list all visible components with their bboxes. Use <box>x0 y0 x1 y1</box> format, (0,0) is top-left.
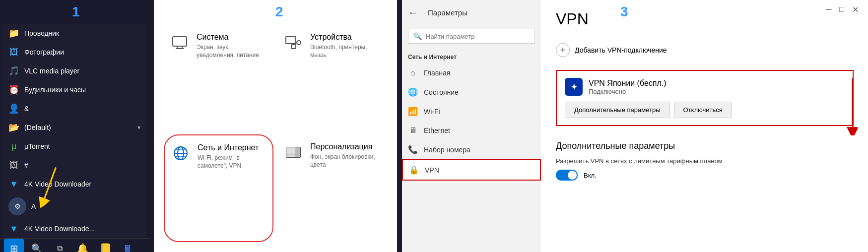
taskview-button[interactable]: ⧉ <box>50 239 69 252</box>
network-icon <box>171 143 191 163</box>
system-tile-content: Система Экран, звук, уведомления, питани… <box>197 33 267 59</box>
additional-params-section: Дополнительные параметры Разрешить VPN в… <box>556 141 854 181</box>
vpn-connection-card: ✦ VPN Японии (беспл.) Подключено Дополни… <box>556 70 854 126</box>
red-arrow-annotation <box>833 76 858 137</box>
add-vpn-button[interactable]: + Добавить VPN-подключение <box>556 38 854 62</box>
search-icon: 🔍 <box>413 32 422 40</box>
window-controls: ─ □ ✕ <box>826 5 859 14</box>
settings-circle: ⚙ <box>8 197 26 215</box>
menu-item-4kvideo1[interactable]: ▼ 4K Video Downloader <box>2 175 146 193</box>
window-title: Параметры <box>428 8 467 17</box>
menu-item-default[interactable]: 📂 (Default) ▾ <box>2 118 146 137</box>
nav-item-label: Ethernet <box>424 126 450 134</box>
settings-gear-icon: ⚙ <box>14 202 21 210</box>
home-icon: ⌂ <box>408 68 418 77</box>
menu-item-label: & <box>24 105 140 113</box>
menu-item-clocks[interactable]: ⏰ Будильники и часы <box>2 80 146 99</box>
settings-tile-devices[interactable]: Устройства Bluetooth, принтеры, мышь <box>277 25 387 130</box>
vpn-logo: ✦ <box>565 78 583 96</box>
additional-params-title: Дополнительные параметры <box>556 141 854 151</box>
svg-rect-6 <box>286 37 296 44</box>
vpn-name: VPN Японии (беспл.) <box>589 79 667 88</box>
sidebar-item-dialup[interactable]: 📞 Набор номера <box>402 140 541 159</box>
notes-button[interactable]: 📒 <box>95 239 115 252</box>
menu-item-4kvideo2[interactable]: ▼ 4K Video Downloade... <box>2 219 146 238</box>
network-tile-title: Сеть и Интернет <box>198 143 267 152</box>
start-menu: 📁 Проводник 🖼 Фотографии 🎵 VLC media pla… <box>2 24 146 238</box>
menu-item-label: 4K Video Downloade... <box>24 225 140 233</box>
start-menu-panel: 📁 Проводник 🖼 Фотографии 🎵 VLC media pla… <box>0 0 149 252</box>
vpn-nav-icon: 🔒 <box>409 165 419 175</box>
folder2-icon: 📂 <box>8 122 19 133</box>
image-icon: 🖼 <box>8 160 19 171</box>
wifi-icon: 📶 <box>408 107 418 116</box>
utorrent-icon: μ <box>8 141 19 152</box>
devices-tile-title: Устройства <box>310 33 381 42</box>
personalization-tile-subtitle: Фон, экран блокировки, цвета <box>310 153 381 169</box>
settings-tile-personalization[interactable]: Персонализация Фон, экран блокировки, цв… <box>277 134 387 242</box>
nav-item-label: Набор номера <box>424 146 470 154</box>
network-tile-content: Сеть и Интернет Wi-Fi, режим "в самолете… <box>198 143 267 170</box>
sidebar-item-wifi[interactable]: 📶 Wi-Fi <box>402 102 541 121</box>
vpn-status: Подключено <box>589 88 667 95</box>
nav-item-label: Состояние <box>424 88 459 96</box>
sidebar-item-home[interactable]: ⌂ Главная <box>402 63 541 82</box>
user-icon: 👤 <box>8 103 19 114</box>
ethernet-icon: 🖥 <box>408 126 418 135</box>
settings-main: ─ □ ✕ VPN + Добавить VPN-подключение ✦ V… <box>541 0 868 252</box>
arrow-icon: ▾ <box>137 124 140 131</box>
clock-icon: ⏰ <box>8 84 19 95</box>
search-input[interactable] <box>426 33 530 40</box>
menu-item-utorrent[interactable]: μ µTorrent <box>2 137 146 156</box>
sidebar-item-ethernet[interactable]: 🖥 Ethernet <box>402 121 541 140</box>
photos-icon: 🖼 <box>8 47 19 58</box>
vlc-icon: 🎵 <box>8 65 19 76</box>
personalization-tile-title: Персонализация <box>310 142 381 151</box>
notification-button[interactable]: 🔔 <box>72 239 92 252</box>
vpn-toggle[interactable] <box>556 170 578 181</box>
sidebar-section-title: Сеть и Интернет <box>402 48 541 63</box>
nav-item-label: Главная <box>424 69 450 77</box>
menu-item-label: Будильники и часы <box>24 86 140 94</box>
menu-item-vlc[interactable]: 🎵 VLC media player <box>2 62 146 80</box>
calc-button[interactable]: 🖩 <box>118 239 138 252</box>
back-button[interactable]: ← <box>408 7 418 18</box>
close-button[interactable]: ✕ <box>852 5 859 14</box>
vpn-card-header: ✦ VPN Японии (беспл.) Подключено <box>565 78 845 96</box>
menu-item-settings[interactable]: ⚙ A <box>2 193 146 219</box>
menu-item-photos[interactable]: 🖼 Фотографии <box>2 43 146 62</box>
maximize-button[interactable]: □ <box>839 5 844 14</box>
svg-rect-15 <box>286 147 295 157</box>
start-button[interactable]: ⊞ <box>4 239 24 252</box>
vpn-page-title: VPN <box>556 10 854 28</box>
sidebar-item-vpn[interactable]: 🔒 VPN <box>402 159 541 181</box>
settings-tile-system[interactable]: Система Экран, звук, уведомления, питани… <box>164 25 273 130</box>
menu-item-ampersand[interactable]: 👤 & <box>2 99 146 118</box>
folder-icon: 📁 <box>8 28 19 39</box>
step-label-2: 2 <box>275 4 283 20</box>
sidebar-item-status[interactable]: 🌐 Состояние <box>402 82 541 102</box>
minimize-button[interactable]: ─ <box>826 5 831 14</box>
system-icon <box>170 33 190 53</box>
vpn-disconnect-button[interactable]: Отключиться <box>674 102 732 118</box>
step-label-1: 1 <box>72 4 80 20</box>
settings-sidebar: ← Параметры 🔍 Сеть и Интернет ⌂ Главная … <box>402 0 541 252</box>
taskbar: ⊞ 🔍 ⧉ 🔔 📒 🖩 <box>0 238 149 252</box>
vpn-details-button[interactable]: Дополнительные параметры <box>565 102 670 118</box>
svg-rect-7 <box>291 45 296 49</box>
system-tile-subtitle: Экран, звук, уведомления, питание <box>197 44 267 59</box>
settings-tile-network[interactable]: Сеть и Интернет Wi-Fi, режим "в самолете… <box>164 134 273 242</box>
menu-item-label: (Default) <box>24 124 133 131</box>
menu-item-hash[interactable]: 🖼 # <box>2 156 146 175</box>
add-vpn-label: Добавить VPN-подключение <box>575 46 667 54</box>
settings-home-panel: Система Экран, звук, уведомления, питани… <box>154 0 397 252</box>
menu-item-label: # <box>24 161 140 169</box>
step-label-3: 3 <box>620 4 628 20</box>
menu-item-explorer[interactable]: 📁 Проводник <box>2 24 146 43</box>
search-box[interactable]: 🔍 <box>408 29 535 44</box>
menu-item-label: µTorrent <box>24 142 140 150</box>
search-button[interactable]: 🔍 <box>27 239 47 252</box>
4kvideo2-icon: ▼ <box>8 223 19 234</box>
toggle-row: Вкл. <box>556 170 854 181</box>
4kvideo-icon: ▼ <box>8 179 19 189</box>
